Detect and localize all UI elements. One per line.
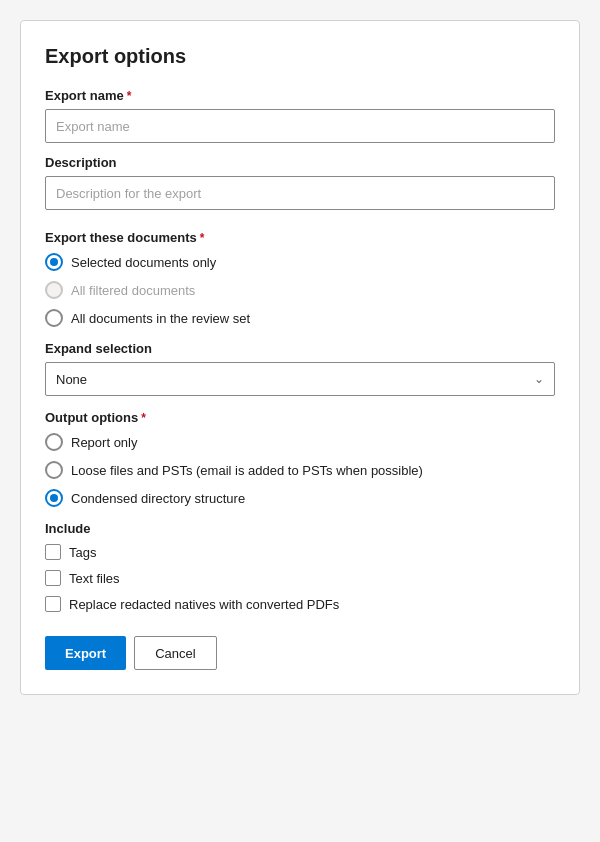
radio-circle-report (45, 433, 63, 451)
required-star-output: * (141, 411, 146, 425)
radio-all-review-set[interactable]: All documents in the review set (45, 309, 555, 327)
radio-loose-files[interactable]: Loose files and PSTs (email is added to … (45, 461, 555, 479)
export-name-label: Export name * (45, 88, 555, 103)
expand-selection-dropdown[interactable]: None ⌄ (45, 362, 555, 396)
export-name-input[interactable] (45, 109, 555, 143)
expand-selection-label: Expand selection (45, 341, 555, 356)
output-options-label: Output options * (45, 410, 555, 425)
expand-selection-value: None (56, 372, 87, 387)
export-options-panel: Export options Export name * Description… (20, 20, 580, 695)
export-documents-label: Export these documents * (45, 230, 555, 245)
required-star-docs: * (200, 231, 205, 245)
checkbox-box-text-files (45, 570, 61, 586)
checkbox-replace-redacted[interactable]: Replace redacted natives with converted … (45, 596, 555, 612)
include-label: Include (45, 521, 555, 536)
export-button[interactable]: Export (45, 636, 126, 670)
checkbox-label-tags: Tags (69, 545, 96, 560)
radio-condensed[interactable]: Condensed directory structure (45, 489, 555, 507)
checkbox-tags[interactable]: Tags (45, 544, 555, 560)
radio-label-condensed: Condensed directory structure (71, 491, 245, 506)
radio-report-only[interactable]: Report only (45, 433, 555, 451)
checkbox-label-text-files: Text files (69, 571, 120, 586)
include-checkbox-group: Tags Text files Replace redacted natives… (45, 544, 555, 612)
cancel-button[interactable]: Cancel (134, 636, 216, 670)
radio-circle-selected (45, 253, 63, 271)
checkbox-text-files[interactable]: Text files (45, 570, 555, 586)
radio-label-selected: Selected documents only (71, 255, 216, 270)
radio-circle-condensed (45, 489, 63, 507)
checkbox-label-redacted: Replace redacted natives with converted … (69, 597, 339, 612)
button-row: Export Cancel (45, 636, 555, 670)
radio-label-loose: Loose files and PSTs (email is added to … (71, 463, 423, 478)
radio-all-filtered: All filtered documents (45, 281, 555, 299)
checkbox-box-redacted (45, 596, 61, 612)
page-title: Export options (45, 45, 555, 68)
description-label: Description (45, 155, 555, 170)
radio-label-review: All documents in the review set (71, 311, 250, 326)
radio-circle-filtered (45, 281, 63, 299)
radio-circle-loose (45, 461, 63, 479)
output-options-radio-group: Report only Loose files and PSTs (email … (45, 433, 555, 507)
export-documents-radio-group: Selected documents only All filtered doc… (45, 253, 555, 327)
description-input[interactable] (45, 176, 555, 210)
radio-label-report: Report only (71, 435, 137, 450)
checkbox-box-tags (45, 544, 61, 560)
radio-label-filtered: All filtered documents (71, 283, 195, 298)
radio-circle-review (45, 309, 63, 327)
required-star-name: * (127, 89, 132, 103)
radio-selected-documents[interactable]: Selected documents only (45, 253, 555, 271)
chevron-down-icon: ⌄ (534, 372, 544, 386)
